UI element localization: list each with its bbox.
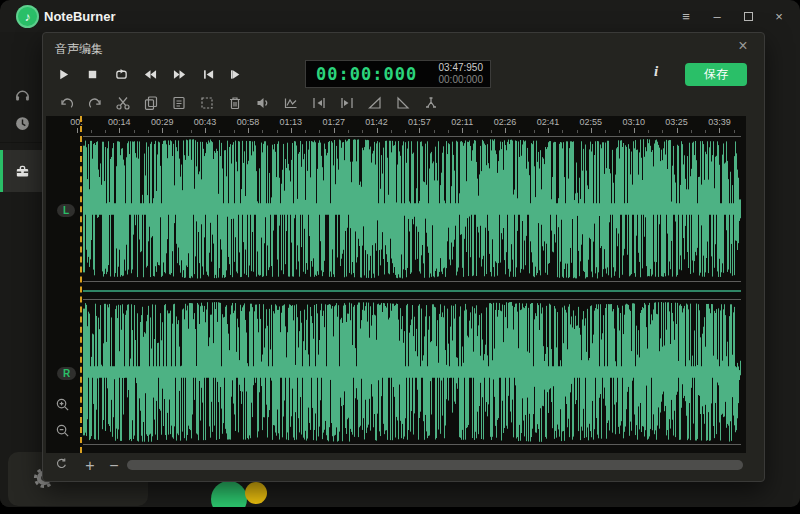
redo-button[interactable]	[83, 91, 107, 115]
ruler-tick	[677, 128, 678, 133]
app-title: NoteBurner	[44, 9, 116, 24]
save-button[interactable]: 保存	[685, 63, 747, 86]
trim-start-button[interactable]	[307, 91, 331, 115]
split-icon	[423, 95, 439, 111]
ruler-tick	[419, 128, 420, 133]
ruler-tick	[334, 128, 335, 133]
undo-icon	[59, 95, 75, 111]
play-icon	[57, 68, 70, 81]
zoom-in-button[interactable]	[55, 397, 73, 415]
envelope-button[interactable]	[279, 91, 303, 115]
stop-icon	[86, 68, 99, 81]
ruler-label: 01:57	[408, 117, 431, 127]
hzoom-out-button[interactable]: −	[103, 453, 125, 479]
ruler-tick	[91, 130, 92, 133]
sidebar-item-tools[interactable]	[0, 150, 45, 192]
selected-indicator	[0, 150, 3, 192]
horizontal-scrollbar[interactable]	[127, 460, 743, 470]
waveform-lane-right[interactable]	[83, 299, 741, 445]
trim-end-button[interactable]	[335, 91, 359, 115]
ruler-tick	[477, 130, 478, 133]
ruler-tick	[734, 130, 735, 133]
volume-icon	[255, 95, 271, 111]
ruler-tick	[619, 130, 620, 133]
ruler-tick	[248, 128, 249, 133]
ruler-tick	[662, 130, 663, 133]
waveform-panel[interactable]: 00:00:1400:2900:4300:5801:1301:2701:4201…	[46, 116, 746, 453]
copy-button[interactable]	[139, 91, 163, 115]
split-button[interactable]	[419, 91, 443, 115]
ruler-label: 02:55	[580, 117, 603, 127]
waveform-right	[83, 300, 741, 444]
ruler-tick	[505, 128, 506, 133]
rewind-button[interactable]	[136, 61, 164, 87]
fade-in-button[interactable]	[363, 91, 387, 115]
ruler-tick	[105, 130, 106, 133]
skip-to-start-button[interactable]	[194, 61, 222, 87]
select-button[interactable]	[195, 91, 219, 115]
close-icon[interactable]: ×	[772, 9, 786, 24]
fast-forward-button[interactable]	[165, 61, 193, 87]
dialog-close-icon[interactable]: ×	[734, 37, 752, 55]
hzoom-in-button[interactable]: +	[79, 453, 101, 479]
ruler-tick	[605, 130, 606, 133]
info-button[interactable]: i	[643, 63, 669, 85]
sidebar-separator	[0, 142, 45, 143]
sidebar-item-history[interactable]	[0, 108, 45, 138]
ruler-label: 00:14	[108, 117, 131, 127]
ruler-tick	[391, 130, 392, 133]
ruler-tick	[634, 128, 635, 133]
menu-icon[interactable]: ≡	[679, 9, 693, 24]
ruler-tick	[262, 130, 263, 133]
ruler-tick	[591, 128, 592, 133]
ruler-tick	[134, 130, 135, 133]
playhead[interactable]	[80, 116, 82, 453]
ruler[interactable]: 00:00:1400:2900:4300:5801:1301:2701:4201…	[46, 116, 746, 135]
ruler-tick	[77, 128, 78, 133]
paste-button[interactable]	[167, 91, 191, 115]
minimize-icon[interactable]: –	[710, 9, 724, 24]
undo-button[interactable]	[55, 91, 79, 115]
loop-button[interactable]	[107, 61, 135, 87]
cut-button[interactable]	[111, 91, 135, 115]
ruler-label: 02:11	[451, 117, 473, 127]
delete-button[interactable]	[223, 91, 247, 115]
history-clock-icon	[14, 115, 31, 132]
ruler-label: 03:39	[708, 117, 731, 127]
sidebar-item-headphones[interactable]	[0, 80, 45, 110]
ruler-label: 00:58	[237, 117, 260, 127]
ruler-tick	[377, 128, 378, 133]
ruler-tick	[519, 130, 520, 133]
trash-icon	[227, 95, 243, 111]
zoom-out-button[interactable]	[55, 423, 73, 441]
ruler-label: 01:13	[280, 117, 303, 127]
cut-icon	[115, 95, 131, 111]
ruler-tick	[277, 130, 278, 133]
rewind-icon	[144, 68, 157, 81]
ruler-tick	[705, 130, 706, 133]
maximize-icon[interactable]	[741, 9, 755, 24]
fade-out-button[interactable]	[391, 91, 415, 115]
ruler-tick	[462, 128, 463, 133]
waveform-lane-left[interactable]	[83, 136, 741, 282]
reset-zoom-button[interactable]	[55, 456, 75, 476]
zoom-in-icon	[55, 397, 70, 412]
trim-start-icon	[311, 95, 327, 111]
ruler-label: 02:41	[537, 117, 560, 127]
ruler-tick	[491, 130, 492, 133]
stop-button[interactable]	[78, 61, 106, 87]
dialog-title: 音声编集	[55, 41, 103, 58]
ruler-tick	[691, 130, 692, 133]
ruler-tick	[219, 130, 220, 133]
play-button[interactable]	[49, 61, 77, 87]
ruler-tick	[305, 130, 306, 133]
ruler-tick	[648, 130, 649, 133]
transport-controls	[49, 61, 251, 87]
loop-icon	[115, 68, 128, 81]
ruler-label: 03:25	[665, 117, 688, 127]
screen: ♪ NoteBurner ≡ – ×	[0, 0, 800, 514]
skip-to-end-button[interactable]	[223, 61, 251, 87]
time-elapsed: 00:00:000	[439, 74, 484, 86]
ruler-tick	[177, 130, 178, 133]
volume-button[interactable]	[251, 91, 275, 115]
